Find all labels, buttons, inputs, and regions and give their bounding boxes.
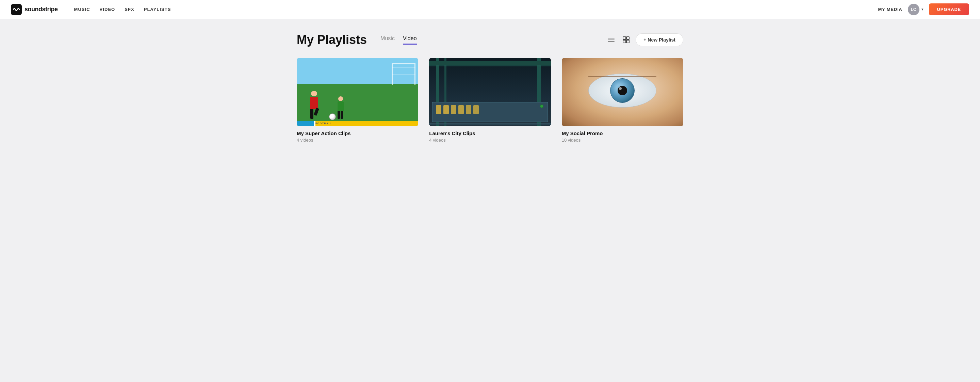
tab-music[interactable]: Music (380, 35, 395, 45)
svg-rect-7 (627, 40, 629, 43)
nav-video[interactable]: VIDEO (100, 7, 115, 12)
upgrade-button[interactable]: UPGRADE (929, 3, 969, 15)
my-media-link[interactable]: MY MEDIA (878, 7, 902, 12)
playlist-count-1: 4 videos (429, 138, 550, 143)
nav-links: MUSIC VIDEO SFX PLAYLISTS (74, 7, 878, 12)
playlist-grid: FOOTBALL My Super Action Clips 4 videos (297, 58, 683, 143)
playlist-thumb-0: FOOTBALL (297, 58, 418, 126)
navbar-right: MY MEDIA LC ▾ UPGRADE (878, 3, 969, 15)
tab-bar: Music Video (380, 35, 606, 45)
navbar: soundstripe MUSIC VIDEO SFX PLAYLISTS MY… (0, 0, 980, 19)
avatar-wrapper[interactable]: LC ▾ (908, 4, 924, 15)
playlist-card-2[interactable]: My Social Promo 10 videos (562, 58, 683, 143)
new-playlist-button[interactable]: + New Playlist (636, 33, 683, 46)
playlist-name-2: My Social Promo (562, 131, 683, 136)
playlist-card-1[interactable]: Lauren's City Clips 4 videos (429, 58, 550, 143)
logo-link[interactable]: soundstripe (11, 4, 58, 15)
toolbar-right: + New Playlist (606, 33, 683, 46)
chevron-down-icon: ▾ (921, 7, 924, 11)
svg-rect-0 (11, 4, 22, 15)
avatar: LC (908, 4, 920, 15)
soundstripe-logo-icon (11, 4, 22, 15)
playlist-name-0: My Super Action Clips (297, 131, 418, 136)
tab-video[interactable]: Video (403, 35, 417, 45)
list-view-icon[interactable] (606, 34, 617, 45)
playlist-name-1: Lauren's City Clips (429, 131, 550, 136)
svg-rect-6 (623, 40, 626, 43)
playlist-count-0: 4 videos (297, 138, 418, 143)
playlist-card-0[interactable]: FOOTBALL My Super Action Clips 4 videos (297, 58, 418, 143)
nav-playlists[interactable]: PLAYLISTS (144, 7, 171, 12)
svg-rect-5 (627, 37, 629, 40)
playlist-count-2: 10 videos (562, 138, 683, 143)
page-title: My Playlists (297, 33, 367, 47)
nav-music[interactable]: MUSIC (74, 7, 90, 12)
playlist-thumb-2 (562, 58, 683, 126)
logo-text: soundstripe (24, 6, 58, 13)
main-content: My Playlists Music Video + (286, 19, 694, 156)
page-header: My Playlists Music Video + (297, 33, 683, 47)
playlist-thumb-1 (429, 58, 550, 126)
svg-rect-4 (623, 37, 626, 40)
nav-sfx[interactable]: SFX (124, 7, 134, 12)
grid-view-icon[interactable] (620, 34, 632, 45)
